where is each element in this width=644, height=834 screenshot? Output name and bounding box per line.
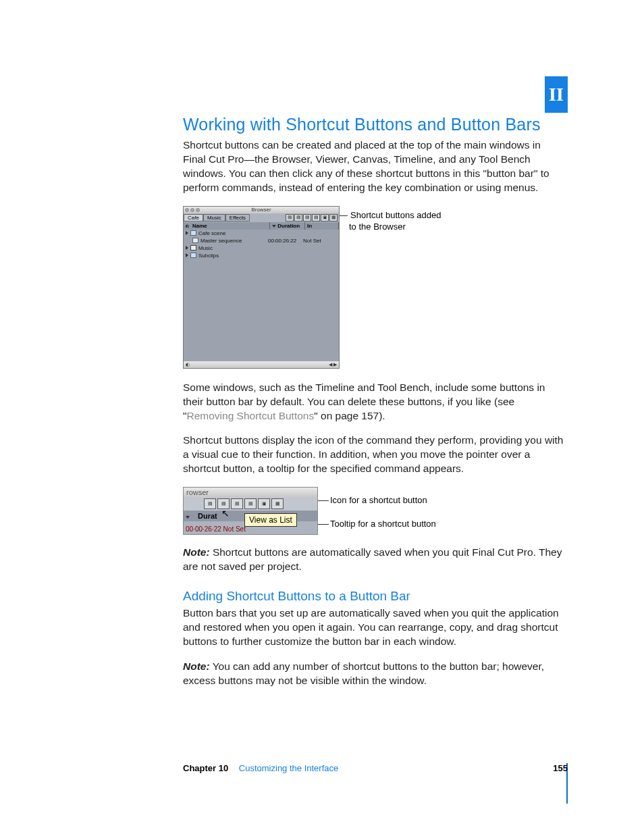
browser-row: Subclips <box>184 252 339 259</box>
subheading-adding: Adding Shortcut Buttons to a Button Bar <box>183 589 566 604</box>
shortcut-button-icon: ▤ <box>294 214 302 221</box>
figure-callout: Shortcut buttons added to the Browser <box>349 206 444 233</box>
browser-row: Cafe scene <box>184 230 339 237</box>
tab-cafe: Cafe <box>184 214 203 221</box>
figure-tooltip: rowser ▤ ▤ ▤ ▤ ▣ ▦ Durat In ↖ View as Li… <box>183 487 566 535</box>
shortcut-button-icon: ▤ <box>231 498 243 509</box>
figure-tooltip-window: rowser ▤ ▤ ▤ ▤ ▣ ▦ Durat In ↖ View as Li… <box>183 487 318 535</box>
folder-icon <box>190 253 196 258</box>
folder-icon <box>190 230 196 236</box>
footer-chapter-label: Chapter 10 <box>183 763 228 773</box>
callout-tooltip: Tooltip for a shortcut button <box>330 519 452 530</box>
col-in: In <box>305 222 339 230</box>
bin-icon <box>190 245 196 251</box>
shortcut-button-icon: ▦ <box>271 498 284 509</box>
intro-paragraph: Shortcut buttons can be created and plac… <box>183 138 566 195</box>
disclosure-right-icon <box>186 231 188 235</box>
cell-in: Not Set <box>303 238 337 244</box>
browser-row: Master sequence 00:00:26:22 Not Set <box>184 237 339 244</box>
paragraph-tooltip: Shortcut buttons display the icon of the… <box>183 434 566 476</box>
fig2-button-bar: ▤ ▤ ▤ ▤ ▣ ▦ <box>184 497 317 511</box>
footer-page-number: 155 <box>553 763 568 773</box>
note-excess: Note: You can add any number of shortcut… <box>183 660 566 688</box>
paragraph-default-buttons: Some windows, such as the Timeline and T… <box>183 381 566 423</box>
tab-effects: Effects <box>225 214 250 221</box>
col-name: ⎌Name <box>184 222 270 230</box>
col-duration: Duration <box>270 222 305 230</box>
callout-icon: Icon for a shortcut button <box>330 495 452 506</box>
part-tab: II <box>545 76 568 113</box>
browser-window: Browser Cafe Music Effects ▤ ▤ ▤ ▤ ▣ ▦ ⎌… <box>183 206 340 369</box>
browser-tabbar: Cafe Music Effects ▤ ▤ ▤ ▤ ▣ ▦ <box>184 213 339 222</box>
cell-duration: 00:00:26:22 <box>268 238 303 244</box>
browser-titlebar: Browser <box>184 207 339 213</box>
note-autosave: Note: Shortcut buttons are automatically… <box>183 546 566 574</box>
tab-music: Music <box>203 214 225 221</box>
disclosure-down-icon <box>186 516 190 519</box>
disclosure-right-icon <box>186 246 188 250</box>
paragraph-adding: Button bars that you set up are automati… <box>183 606 566 649</box>
shortcut-button-icon: ▤ <box>312 214 320 221</box>
sequence-icon <box>192 238 198 243</box>
link-removing-shortcut-buttons[interactable]: Removing Shortcut Buttons <box>187 410 315 421</box>
browser-title: Browser <box>184 207 339 213</box>
browser-body: Cafe scene Master sequence 00:00:26:22 N… <box>184 230 339 361</box>
fig2-titlebar: rowser <box>184 488 317 497</box>
shortcut-button-icon: ▣ <box>258 498 270 509</box>
page-footer: Chapter 10 Customizing the Interface 155 <box>183 763 568 773</box>
shortcut-button-icon: ▤ <box>303 214 311 221</box>
shortcut-button-icon: ▣ <box>321 214 329 221</box>
footer-chapter-title: Customizing the Interface <box>239 763 338 773</box>
shortcut-button-bar: ▤ ▤ ▤ ▤ ▣ ▦ <box>286 214 339 221</box>
browser-row: Music <box>184 244 339 252</box>
tooltip: View as List <box>244 513 297 527</box>
shortcut-button-icon: ▦ <box>329 214 338 221</box>
shortcut-button-icon: ▤ <box>286 214 294 221</box>
shortcut-button-icon: ▤ <box>244 498 257 509</box>
page-heading: Working with Shortcut Buttons and Button… <box>183 115 566 134</box>
shortcut-button-icon: ▤ <box>204 498 216 509</box>
cursor-icon: ↖ <box>221 508 230 519</box>
browser-footer: ◐ ◀ ▶ <box>184 361 339 368</box>
browser-column-headers: ⎌Name Duration In <box>184 222 339 230</box>
disclosure-right-icon <box>186 253 188 257</box>
figure-browser: Browser Cafe Music Effects ▤ ▤ ▤ ▤ ▣ ▦ ⎌… <box>183 206 566 369</box>
